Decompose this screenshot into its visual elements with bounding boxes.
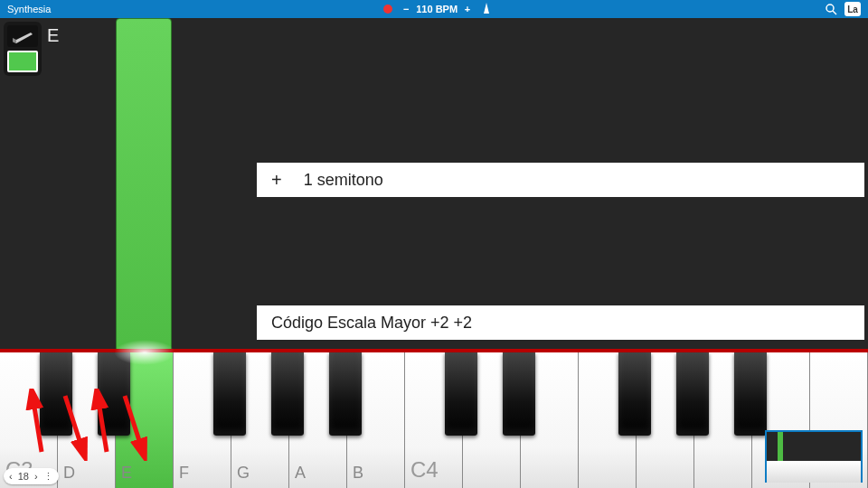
arrow-down-icon: [118, 389, 154, 461]
key-label: B: [353, 464, 363, 483]
titlebar-center: − 110 BPM +: [51, 3, 825, 15]
key-label: G: [237, 464, 250, 483]
svg-line-1: [833, 11, 836, 14]
black-key[interactable]: [329, 352, 362, 436]
svg-line-9: [98, 396, 107, 452]
black-key[interactable]: [676, 352, 709, 436]
zoom-pager[interactable]: ‹ 18 › ⋮: [4, 468, 59, 484]
minimap-keys: [767, 461, 861, 483]
black-key[interactable]: [445, 352, 477, 436]
overlay-plus: +: [271, 170, 282, 191]
title-bar: Synthesia − 110 BPM + La: [0, 0, 868, 18]
keyboard-minimap[interactable]: [765, 430, 863, 483]
black-key[interactable]: [618, 352, 651, 436]
arrow-up-icon: [25, 389, 52, 461]
bpm-control: − 110 BPM +: [400, 4, 474, 14]
overlay-text-1-content: 1 semitono: [304, 171, 383, 190]
minimap-note: [778, 432, 783, 461]
record-icon[interactable]: [383, 5, 392, 14]
titlebar-right: La: [825, 2, 861, 16]
arrow-up-icon: [90, 389, 118, 461]
metronome-icon[interactable]: [481, 3, 492, 15]
note-stage: E + 1 semitono Código Escala Mayor +2 +2: [0, 18, 868, 352]
key-label: D: [63, 464, 75, 483]
pager-next-button[interactable]: ›: [34, 471, 38, 482]
pager-prev-button[interactable]: ‹: [9, 471, 13, 482]
notation-toggle-button[interactable]: La: [844, 2, 861, 16]
minimap-stage: [767, 432, 861, 461]
arrow-down-icon: [58, 389, 94, 461]
svg-marker-3: [13, 38, 16, 43]
track-panel[interactable]: [4, 22, 42, 76]
black-key[interactable]: [503, 352, 535, 436]
pager-value: 18: [18, 471, 29, 482]
black-key[interactable]: [734, 352, 767, 436]
search-icon[interactable]: [825, 3, 837, 15]
svg-point-0: [826, 5, 834, 12]
key-label: F: [179, 464, 189, 483]
bpm-value: 110 BPM: [416, 4, 458, 14]
svg-line-5: [33, 396, 42, 452]
key-label: E: [121, 464, 132, 483]
svg-line-11: [125, 396, 143, 452]
black-key[interactable]: [271, 352, 304, 436]
piano-keyboard[interactable]: C3DEFGABC4 ‹ 18 › ⋮: [0, 352, 868, 488]
bpm-minus-button[interactable]: −: [400, 4, 412, 14]
track-color-swatch[interactable]: [7, 51, 38, 72]
black-key[interactable]: [213, 352, 246, 436]
falling-note: [116, 18, 172, 371]
app-title: Synthesia: [7, 4, 51, 14]
overlay-text-2-content: Código Escala Mayor +2 +2: [271, 314, 472, 333]
key-label: A: [295, 464, 306, 483]
piano-track-icon[interactable]: [7, 25, 38, 47]
current-note-label: E: [47, 25, 59, 46]
pager-more-button[interactable]: ⋮: [43, 471, 53, 483]
overlay-text-2: Código Escala Mayor +2 +2: [257, 305, 864, 340]
key-label: C4: [410, 457, 439, 483]
overlay-text-1: + 1 semitono: [257, 163, 864, 197]
bpm-plus-button[interactable]: +: [461, 4, 474, 14]
svg-line-7: [65, 396, 83, 452]
